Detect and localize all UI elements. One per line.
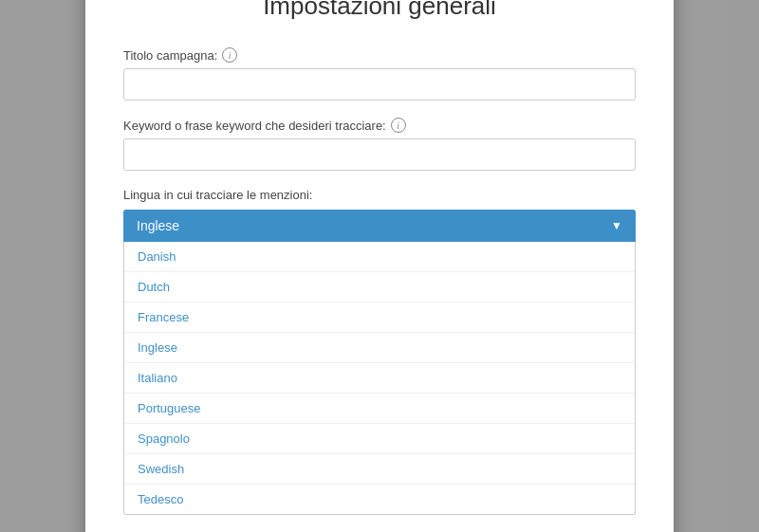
chevron-down-icon: ▼ (611, 219, 622, 232)
list-item[interactable]: Swedish (124, 454, 635, 485)
list-item[interactable]: Danish (124, 242, 635, 272)
list-item[interactable]: Spagnolo (124, 424, 635, 454)
keyword-label: Keyword o frase keyword che desideri tra… (123, 118, 636, 133)
modal-overlay: CREA NUOVA CAMPAGNA ✕ Impostazioni gener… (0, 0, 759, 532)
modal-body: Impostazioni generali Titolo campagna: i… (85, 0, 674, 532)
language-dropdown[interactable]: Inglese ▼ DanishDutchFranceseIngleseItal… (123, 210, 636, 515)
language-label: Lingua in cui tracciare le menzioni: (123, 188, 636, 202)
keyword-input[interactable] (123, 138, 636, 171)
campaign-title-input[interactable] (123, 68, 636, 101)
list-item[interactable]: Italiano (124, 363, 635, 394)
language-group: Lingua in cui tracciare le menzioni: Ing… (123, 188, 636, 515)
keyword-group: Keyword o frase keyword che desideri tra… (123, 118, 636, 171)
campaign-title-info-icon[interactable]: i (222, 47, 237, 63)
list-item[interactable]: Francese (124, 303, 635, 333)
campaign-title-group: Titolo campagna: i (123, 47, 636, 101)
list-item[interactable]: Dutch (124, 272, 635, 303)
language-dropdown-list: DanishDutchFranceseIngleseItalianoPortug… (123, 242, 636, 515)
campaign-title-label: Titolo campagna: i (123, 47, 636, 63)
modal-container: CREA NUOVA CAMPAGNA ✕ Impostazioni gener… (85, 0, 674, 532)
list-item[interactable]: Tedesco (124, 485, 635, 514)
language-selected-label: Inglese (137, 218, 179, 233)
language-selected-option[interactable]: Inglese ▼ (123, 210, 636, 242)
list-item[interactable]: Portuguese (124, 394, 635, 424)
page-title: Impostazioni generali (123, 0, 636, 21)
list-item[interactable]: Inglese (124, 333, 635, 363)
keyword-info-icon[interactable]: i (391, 118, 406, 133)
